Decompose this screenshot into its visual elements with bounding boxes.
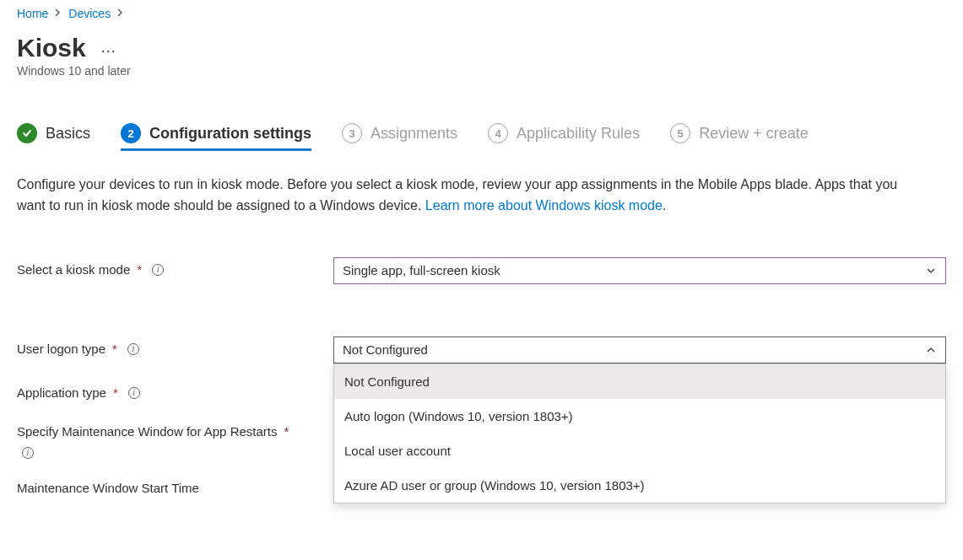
breadcrumb: Home Devices (17, 0, 946, 24)
tab-label: Assignments (371, 125, 457, 143)
dropdown-option-not-configured[interactable]: Not Configured (334, 364, 945, 399)
required-asterisk: * (284, 423, 289, 442)
tab-label: Review + create (699, 125, 809, 143)
select-value: Not Configured (343, 342, 428, 357)
step-number-badge: 5 (670, 123, 690, 143)
user-logon-type-select[interactable]: Not Configured (333, 337, 946, 363)
tab-review-create[interactable]: 5 Review + create (670, 123, 809, 151)
page-subtitle: Windows 10 and later (17, 64, 946, 78)
application-type-label: Application type * i (17, 380, 333, 403)
kiosk-mode-select[interactable]: Single app, full-screen kiosk (333, 257, 946, 284)
dropdown-option-azure-ad[interactable]: Azure AD user or group (Windows 10, vers… (334, 468, 945, 503)
step-number-badge: 4 (488, 123, 508, 143)
dropdown-option-auto-logon[interactable]: Auto logon (Windows 10, version 1803+) (334, 399, 945, 433)
user-logon-type-label: User logon type * i (17, 337, 333, 359)
tab-assignments[interactable]: 3 Assignments (342, 123, 457, 151)
user-logon-type-dropdown: Not Configured Auto logon (Windows 10, v… (333, 363, 946, 503)
tab-label: Configuration settings (149, 125, 311, 143)
maintenance-window-label: Specify Maintenance Window for App Resta… (17, 419, 304, 459)
chevron-right-icon (55, 8, 62, 19)
tab-label: Applicability Rules (517, 125, 640, 143)
checkmark-icon (17, 123, 37, 143)
step-number-badge: 3 (342, 123, 362, 143)
learn-more-link[interactable]: Learn more about Windows kiosk mode (425, 198, 663, 213)
dropdown-option-local-user[interactable]: Local user account (334, 433, 945, 468)
info-icon[interactable]: i (127, 343, 139, 355)
select-value: Single app, full-screen kiosk (343, 263, 500, 277)
more-actions-button[interactable]: ··· (101, 42, 116, 60)
info-icon[interactable]: i (22, 447, 34, 459)
tab-configuration-settings[interactable]: 2 Configuration settings (121, 123, 311, 151)
breadcrumb-home[interactable]: Home (17, 7, 48, 20)
tab-basics[interactable]: Basics (17, 123, 90, 151)
maintenance-start-time-label: Maintenance Window Start Time (17, 476, 333, 498)
description-part2: . (663, 198, 666, 213)
form-area: Select a kiosk mode * i Single app, full… (17, 217, 946, 498)
info-icon[interactable]: i (152, 264, 164, 276)
required-asterisk: * (112, 340, 117, 359)
chevron-down-icon (925, 265, 937, 277)
tab-label: Basics (46, 125, 90, 143)
step-number-badge: 2 (121, 123, 141, 143)
info-icon[interactable]: i (128, 387, 140, 399)
breadcrumb-devices[interactable]: Devices (68, 7, 111, 20)
page-title: Kiosk (17, 34, 86, 62)
required-asterisk: * (137, 261, 142, 280)
chevron-up-icon (925, 344, 937, 356)
required-asterisk: * (113, 384, 118, 403)
description-text: Configure your devices to run in kiosk m… (17, 151, 928, 217)
chevron-right-icon (117, 8, 124, 19)
tab-applicability-rules[interactable]: 4 Applicability Rules (488, 123, 640, 151)
wizard-tabs: Basics 2 Configuration settings 3 Assign… (17, 91, 946, 151)
page-header: Kiosk ··· Windows 10 and later (17, 24, 946, 91)
kiosk-mode-label: Select a kiosk mode * i (17, 257, 333, 280)
